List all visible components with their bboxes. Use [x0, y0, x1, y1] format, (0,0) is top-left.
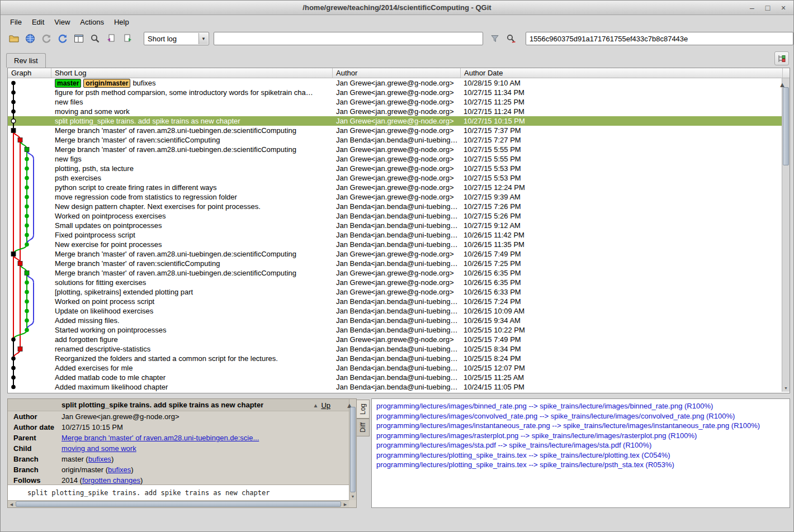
column-header-author-date[interactable]: Author Date — [461, 68, 783, 78]
commit-row-selected[interactable]: split plotting_spike trains. add spike t… — [8, 116, 790, 126]
commit-row[interactable]: figure for psth method comparsion, some … — [8, 88, 790, 97]
commit-row[interactable]: add forgotten figureJan Grewe<jan.grewe@… — [8, 335, 790, 344]
menu-file[interactable]: File — [5, 16, 27, 28]
commit-row[interactable]: masterorigin/masterbufixesJan Grewe<jan.… — [8, 78, 790, 88]
author-cell: Jan Benda<jan.benda@uni-tuebing… — [333, 259, 461, 268]
commit-row[interactable]: Merge branch 'master' of raven.am28.uni-… — [8, 126, 790, 135]
commit-row[interactable]: Merge branch 'master' of raven.am28.uni-… — [8, 145, 790, 154]
commit-row[interactable]: new figsJan Grewe<jan.grewe@g-node.org>1… — [8, 154, 790, 164]
column-header-author[interactable]: Author — [333, 68, 461, 78]
commit-row[interactable]: psth exercisesJan Grewe<jan.grewe@g-node… — [8, 173, 790, 183]
commit-row[interactable]: new filesJan Grewe<jan.grewe@g-node.org>… — [8, 97, 790, 107]
undo-button[interactable] — [39, 31, 54, 46]
author-cell: Jan Benda<jan.benda@uni-tuebing… — [333, 325, 461, 335]
scroll-down-icon[interactable]: ▼ — [349, 492, 356, 500]
file-rename-entry[interactable]: programming/lectures/plotting_spike_trai… — [376, 450, 785, 460]
author-cell: Jan Benda<jan.benda@uni-tuebing… — [333, 382, 461, 392]
column-header-short-log[interactable]: Short Log — [51, 68, 333, 78]
commit-row[interactable]: Merge branch 'master' of raven:scientifi… — [8, 135, 790, 145]
title-bar[interactable]: /home/grewe/teaching/2014/scientificComp… — [1, 1, 793, 15]
scroll-right-icon[interactable]: ▶ — [342, 501, 349, 508]
maximize-button[interactable]: □ — [763, 3, 772, 12]
file-rename-entry[interactable]: programming/lectures/images/convolved_ra… — [376, 411, 785, 421]
detail-vscrollbar[interactable]: ▲ ▼ — [349, 399, 356, 500]
commit-row[interactable]: Started working on pointprocessesJan Ben… — [8, 325, 790, 335]
scroll-down-icon[interactable]: ▼ — [782, 384, 790, 392]
commit-row[interactable]: Reorganized the folders and started a co… — [8, 354, 790, 363]
short-log-text: add forgotten figure — [55, 335, 118, 344]
commit-row[interactable]: [plotting, spiketrains] extended plottin… — [8, 287, 790, 297]
open-repository-button[interactable] — [6, 31, 21, 46]
commit-row[interactable]: solutions for fitting exercisesJan Grewe… — [8, 278, 790, 287]
menu-view[interactable]: View — [49, 16, 75, 28]
short-log-text: New exercise for point processes — [55, 240, 162, 249]
file-rename-entry[interactable]: programming/lectures/images/rasterplot.p… — [376, 431, 785, 441]
tab-diff[interactable]: Diff — [357, 419, 370, 436]
filter-button[interactable] — [488, 31, 503, 46]
short-log-cell: Added maximum likelihood chapter — [51, 382, 333, 392]
commit-row[interactable]: move regression code from statistics to … — [8, 192, 790, 202]
author-date-cell: 10/27/15 9:39 AM — [461, 192, 790, 202]
menu-edit[interactable]: Edit — [27, 16, 49, 28]
file-rename-entry[interactable]: programming/lectures/images/instantaneou… — [376, 421, 785, 431]
file-list: programming/lectures/images/binned_rate.… — [371, 398, 790, 508]
menu-actions[interactable]: Actions — [75, 16, 109, 28]
goto-older-icon — [106, 33, 117, 44]
detail-text: ) — [111, 455, 114, 463]
graph-cell — [8, 373, 51, 382]
find-button[interactable] — [87, 31, 102, 46]
sha-input[interactable] — [526, 32, 793, 45]
view-split-button[interactable] — [71, 31, 86, 46]
detail-link[interactable]: Merge branch 'master' of raven.am28.uni-… — [62, 434, 259, 442]
table-scrollbar[interactable]: ▲ ▼ — [782, 78, 790, 392]
commit-row[interactable]: Merge branch 'master' of raven.am28.uni-… — [8, 268, 790, 278]
file-tree-button[interactable] — [774, 51, 789, 65]
column-header-graph[interactable]: Graph — [8, 68, 51, 78]
short-log-cell: Merge branch 'master' of raven.am28.uni-… — [51, 145, 333, 154]
commit-row[interactable]: moving and some workJan Grewe<jan.grewe@… — [8, 107, 790, 116]
view-mode-select[interactable]: Short log ▼ — [144, 32, 209, 45]
commit-row[interactable]: Small updates on pointprocessesJan Benda… — [8, 221, 790, 230]
commit-row[interactable]: python script to create firing rates in … — [8, 183, 790, 192]
commit-row[interactable]: plotting, psth, sta lectureJan Grewe<jan… — [8, 164, 790, 173]
detail-hscrollbar[interactable]: ◀ ▶ — [8, 500, 349, 507]
goto-newer-button[interactable] — [120, 31, 135, 46]
commit-row[interactable]: New exercise for point processesJan Bend… — [8, 240, 790, 249]
goto-older-button[interactable] — [103, 31, 119, 46]
detail-link[interactable]: bufixes — [108, 466, 131, 474]
detail-link[interactable]: moving and some work — [62, 444, 136, 453]
menu-help[interactable]: Help — [109, 16, 134, 28]
commit-row[interactable]: Added matlab code to mle chapterJan Bend… — [8, 373, 790, 382]
file-rename-entry[interactable]: programming/lectures/plotting_spike_trai… — [376, 460, 785, 470]
graph-cell — [8, 183, 51, 192]
up-link[interactable]: ▲ Up — [313, 399, 330, 411]
commit-row[interactable]: Fixed pointprocess scriptJan Benda<jan.b… — [8, 230, 790, 240]
tab-log[interactable]: Log — [357, 400, 370, 419]
commit-row[interactable]: Worked on point process scriptJan Benda<… — [8, 297, 790, 306]
reload-button[interactable] — [55, 31, 70, 46]
commit-row[interactable]: New design pattern chapter. Next exercis… — [8, 202, 790, 211]
commit-row[interactable]: Update on likelihood exercisesJan Benda<… — [8, 306, 790, 316]
tab-rev-list[interactable]: Rev list — [6, 53, 46, 68]
commit-row[interactable]: Added exercises for mleJan Benda<jan.ben… — [8, 363, 790, 373]
search-input[interactable] — [214, 32, 483, 45]
web-button[interactable] — [22, 31, 37, 46]
file-rename-entry[interactable]: programming/lectures/images/sta.pdf --> … — [376, 440, 785, 450]
scrollbar-thumb[interactable] — [783, 87, 789, 165]
short-log-cell: Started working on pointprocesses — [51, 325, 333, 335]
commit-row[interactable]: renamed descriptive-statisticsJan Benda<… — [8, 344, 790, 354]
commit-row[interactable]: Worked on pointprocess exercisesJan Bend… — [8, 211, 790, 221]
commit-row[interactable]: Merge branch 'master' of raven:scientifi… — [8, 259, 790, 268]
short-log-text: figure for psth method comparsion, some … — [55, 88, 313, 97]
commit-row[interactable]: Added maximum likelihood chapterJan Bend… — [8, 382, 790, 392]
highlight-button[interactable] — [504, 31, 519, 46]
scroll-left-icon[interactable]: ◀ — [8, 501, 15, 508]
close-button[interactable]: × — [779, 3, 788, 12]
commit-row[interactable]: Merge branch 'master' of raven.am28.uni-… — [8, 249, 790, 259]
author-date-cell: 10/26/15 7:25 PM — [461, 259, 790, 268]
commit-row[interactable]: Added missing files.Jan Benda<jan.benda@… — [8, 316, 790, 325]
detail-link[interactable]: bufixes — [88, 455, 111, 463]
detail-link[interactable]: forgotten changes — [82, 476, 140, 484]
file-rename-entry[interactable]: programming/lectures/images/binned_rate.… — [376, 401, 785, 411]
minimize-button[interactable]: – — [748, 3, 757, 12]
